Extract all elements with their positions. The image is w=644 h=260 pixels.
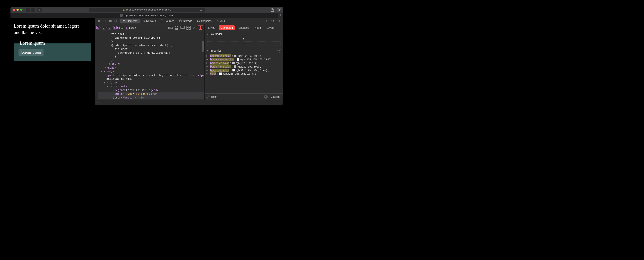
minimize-window-button[interactable]: [16, 9, 19, 11]
side-tab-node[interactable]: Node: [253, 25, 263, 30]
side-tab-changes[interactable]: Changes: [237, 25, 251, 30]
svg-rect-4: [278, 8, 280, 10]
side-tab-computed[interactable]: Computed: [219, 25, 235, 30]
browser-tab[interactable]: C https://color-scheme-prefers-color-sch…: [10, 13, 283, 18]
tab-sources[interactable]: Sources: [158, 19, 176, 24]
box-model-bottom: —: [207, 42, 280, 46]
property-row[interactable]: ▶border-left-color: rgb(192, 192, 192);: [206, 61, 281, 65]
page-legend: Lorem ipsum: [19, 41, 46, 46]
properties-header[interactable]: ▼ Properties ⋯: [204, 48, 283, 54]
filter-input[interactable]: [211, 95, 262, 98]
ruler-icon[interactable]: [168, 25, 173, 30]
back-button[interactable]: ‹: [26, 8, 30, 12]
property-row[interactable]: ▶color: rgba(255, 255, 255, 0.847);: [206, 72, 281, 75]
filter-icon: ⦿: [206, 95, 210, 98]
share-button[interactable]: [270, 8, 274, 12]
svg-rect-29: [189, 26, 190, 27]
settings-button[interactable]: [277, 19, 282, 24]
dock-bottom-button[interactable]: [102, 19, 107, 24]
window-controls: [13, 9, 22, 11]
page-fieldset: Lorem ipsum Lorem ipsum: [14, 41, 91, 61]
property-row[interactable]: ▶border-top-color: rgba(255, 255, 255, 0…: [206, 68, 281, 72]
clear-filter-button[interactable]: ✕: [264, 95, 268, 99]
reload-button[interactable]: ⟳: [199, 9, 203, 13]
forward-button[interactable]: ›: [31, 8, 35, 12]
svg-rect-14: [122, 20, 125, 22]
sidebar-toggle-button[interactable]: [38, 8, 42, 12]
tab-storage[interactable]: Storage: [177, 19, 194, 24]
box-model-header[interactable]: ▼ Box Model: [204, 31, 283, 37]
close-window-button[interactable]: [13, 9, 15, 11]
console[interactable]: ›: [95, 100, 283, 105]
filter-icon[interactable]: ⋯: [278, 49, 281, 53]
page-button[interactable]: Lorem ipsum: [19, 49, 44, 56]
property-row[interactable]: ▶border-right-color: rgb(192, 192, 192);: [206, 65, 281, 68]
tabs-overview-button[interactable]: [277, 8, 281, 12]
search-button[interactable]: [270, 19, 275, 24]
svg-point-21: [279, 21, 280, 21]
new-tab-button[interactable]: +: [278, 13, 283, 18]
side-tab-styles[interactable]: Styles: [206, 25, 217, 30]
dom-breadcrumb-row: E › E › E › Efiel… › Ebutton: [95, 24, 204, 31]
svg-point-19: [198, 20, 198, 21]
tab-label: https://color-scheme-prefers-color-schem…: [124, 14, 173, 17]
dom-breadcrumb: E › E › E › Efiel… › Ebutton: [96, 26, 136, 30]
nav-buttons: ‹ ›: [26, 8, 35, 12]
dock-side-button[interactable]: [108, 19, 112, 24]
tab-bar: C https://color-scheme-prefers-color-sch…: [10, 13, 283, 18]
breadcrumb-item[interactable]: E: [102, 26, 106, 30]
filter-row: ⦿ ✕ Classes: [204, 93, 283, 100]
paint-icon[interactable]: [192, 25, 197, 30]
favicon: C: [120, 14, 122, 17]
breadcrumb-item[interactable]: E: [108, 26, 111, 30]
inspector-toolbar: Elements Network Sources Storage: [95, 18, 283, 24]
property-row[interactable]: ▶background-color: rgb(192, 192, 192);: [206, 54, 281, 58]
svg-rect-18: [197, 20, 200, 22]
page-paragraph: Lorem ipsum dolor sit amet, legere ancil…: [14, 23, 91, 36]
rendered-page: Lorem ipsum dolor sit amet, legere ancil…: [10, 18, 95, 105]
box-model-top: 2: [207, 37, 280, 42]
print-styles-icon[interactable]: [174, 25, 179, 30]
device-icon[interactable]: [180, 25, 185, 30]
box-model: 2 —: [204, 37, 283, 48]
maximize-window-button[interactable]: [20, 9, 22, 11]
svg-rect-31: [189, 28, 190, 30]
close-inspector-button[interactable]: [96, 19, 101, 24]
breadcrumb-item[interactable]: Ebutton: [125, 26, 136, 30]
tab-network[interactable]: Network: [140, 19, 158, 24]
property-row[interactable]: ▶border-bottom-color: rgba(255, 255, 255…: [206, 58, 281, 61]
side-tab-layers[interactable]: Layers: [264, 25, 276, 30]
side-tabs: Styles Computed Changes Node Layers: [204, 24, 283, 31]
safari-window: ‹ › 🔒 color-scheme-prefers-color-scheme.…: [10, 7, 283, 105]
svg-rect-3: [277, 9, 280, 11]
breadcrumb-item[interactable]: Efiel…: [113, 26, 123, 30]
tab-audit[interactable]: Audit: [214, 19, 228, 24]
svg-rect-30: [187, 28, 188, 30]
svg-rect-8: [110, 21, 112, 22]
svg-point-20: [272, 20, 274, 22]
more-tabs-button[interactable]: »: [264, 19, 269, 24]
element-picker-button[interactable]: [113, 19, 118, 24]
grid-icon[interactable]: [186, 25, 191, 30]
svg-point-17: [179, 20, 182, 21]
console-prompt-icon: ›: [97, 101, 98, 104]
classes-button[interactable]: Classes: [269, 95, 282, 99]
tab-graphics[interactable]: Graphics: [195, 19, 214, 24]
scrollbar[interactable]: [202, 41, 204, 52]
titlebar: ‹ › 🔒 color-scheme-prefers-color-scheme.…: [10, 7, 283, 13]
tab-elements[interactable]: Elements: [120, 19, 140, 24]
compositing-borders-icon[interactable]: [198, 25, 203, 30]
svg-rect-5: [103, 20, 106, 22]
address-bar[interactable]: 🔒 color-scheme-prefers-color-scheme.glit…: [89, 8, 205, 12]
lock-icon: 🔒: [122, 9, 125, 11]
computed-panel: ▼ Box Model 2 — ▼ Properties ⋯ ▶backgrou…: [204, 31, 283, 100]
svg-rect-0: [38, 9, 41, 11]
svg-rect-24: [176, 26, 178, 27]
svg-rect-7: [109, 20, 111, 22]
properties-list: ▶background-color: rgb(192, 192, 192);▶b…: [204, 54, 283, 77]
web-inspector: Elements Network Sources Storage: [95, 18, 283, 105]
dom-tree[interactable]: fieldset { background-color: gainsboro; …: [95, 31, 204, 100]
svg-rect-28: [187, 26, 188, 27]
breadcrumb-item[interactable]: E: [96, 26, 100, 30]
address-text: color-scheme-prefers-color-scheme.glitch…: [126, 9, 171, 11]
